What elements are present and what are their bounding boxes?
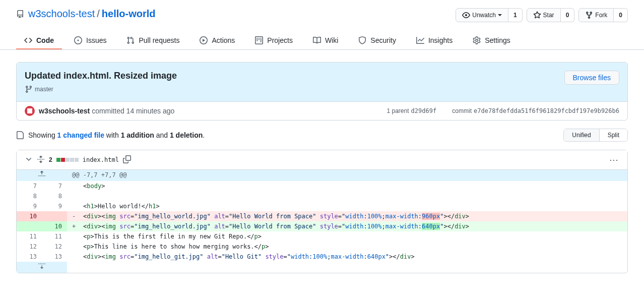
commit-time: committed 14 minutes ago bbox=[92, 107, 174, 115]
file-diff: 2 index.html ⋯ @@ -7,7 +7,7 @@ 77 <body>… bbox=[16, 150, 628, 273]
chevron-down-icon bbox=[25, 155, 33, 163]
tab-code[interactable]: Code bbox=[16, 32, 62, 49]
diff-view-toggle: Unified Split bbox=[563, 129, 628, 142]
star-label: Star bbox=[543, 10, 554, 20]
unwatch-button[interactable]: Unwatch bbox=[456, 8, 508, 22]
new-line-num bbox=[42, 211, 67, 221]
copy-path-button[interactable] bbox=[123, 155, 131, 165]
commit-title: Updated index.html. Resized image bbox=[25, 71, 177, 81]
branch-icon bbox=[25, 85, 33, 93]
eye-icon bbox=[462, 11, 470, 19]
shield-icon bbox=[358, 36, 366, 44]
file-diff-icon bbox=[16, 131, 24, 139]
diff-table: @@ -7,7 +7,7 @@ 77 <body> 88 99 <h1>Hell… bbox=[17, 170, 627, 273]
star-icon bbox=[533, 11, 541, 19]
file-collapse-toggle[interactable] bbox=[25, 155, 33, 165]
repo-icon bbox=[16, 10, 24, 18]
author-link[interactable]: w3schools-test bbox=[39, 107, 90, 115]
old-line-num[interactable]: 10 bbox=[17, 211, 42, 221]
file-kebab-menu[interactable]: ⋯ bbox=[609, 154, 619, 165]
browse-files-button[interactable]: Browse files bbox=[564, 71, 619, 85]
parent-sha-link[interactable]: d29d69f bbox=[411, 107, 437, 114]
diff-line: 88 bbox=[17, 191, 627, 201]
commit-full-sha: e7de78fdefdda51f6f961829fcbdf197e9b926b6 bbox=[474, 107, 619, 114]
new-line-num[interactable]: 13 bbox=[42, 252, 67, 262]
expand-all-button[interactable] bbox=[37, 155, 45, 165]
repo-separator: / bbox=[97, 8, 100, 20]
new-line-num[interactable]: 9 bbox=[42, 201, 67, 211]
old-line-num[interactable]: 7 bbox=[17, 181, 42, 191]
diff-line: 1313 <div><img src="img_hello_git.jpg" a… bbox=[17, 252, 627, 262]
expand-down-row bbox=[17, 262, 627, 273]
additions-count: 1 addition bbox=[121, 131, 154, 139]
fork-label: Fork bbox=[595, 10, 607, 20]
new-line-num[interactable]: 12 bbox=[42, 242, 67, 252]
old-line-num bbox=[17, 221, 42, 231]
new-line-num[interactable]: 10 bbox=[42, 221, 67, 231]
expand-down-button[interactable] bbox=[17, 262, 67, 273]
changed-files-link[interactable]: 1 changed file bbox=[57, 131, 104, 139]
tab-wiki[interactable]: Wiki bbox=[305, 32, 346, 49]
unified-toggle[interactable]: Unified bbox=[564, 129, 599, 141]
new-line-num[interactable]: 8 bbox=[42, 191, 67, 201]
fork-icon bbox=[585, 11, 593, 19]
gear-icon bbox=[473, 36, 481, 44]
code-icon bbox=[24, 36, 32, 44]
watch-count[interactable]: 1 bbox=[508, 8, 523, 22]
tab-actions[interactable]: Actions bbox=[191, 32, 243, 49]
split-toggle[interactable]: Split bbox=[600, 129, 627, 141]
diff-line-added: 10+<div><img src="img_hello_world.jpg" a… bbox=[17, 221, 627, 231]
old-line-num[interactable]: 13 bbox=[17, 252, 42, 262]
copy-icon bbox=[123, 155, 131, 163]
unfold-icon bbox=[37, 155, 45, 163]
star-count[interactable]: 0 bbox=[561, 8, 575, 22]
new-line-num[interactable]: 7 bbox=[42, 181, 67, 191]
repo-name-link[interactable]: hello-world bbox=[102, 8, 156, 20]
fold-up-icon bbox=[38, 170, 46, 178]
graph-icon bbox=[416, 36, 424, 44]
hunk-header: @@ -7,7 +7,7 @@ bbox=[67, 170, 627, 181]
tab-settings[interactable]: Settings bbox=[465, 32, 519, 49]
tab-projects[interactable]: Projects bbox=[247, 32, 301, 49]
fork-count[interactable]: 0 bbox=[614, 8, 628, 22]
project-icon bbox=[255, 36, 263, 44]
pull-request-icon bbox=[126, 36, 135, 44]
play-icon bbox=[200, 36, 208, 44]
deletions-count: 1 deletion bbox=[170, 131, 203, 139]
commit-branch[interactable]: master bbox=[25, 85, 177, 93]
star-button[interactable]: Star bbox=[527, 8, 561, 22]
issue-icon bbox=[74, 36, 82, 44]
diff-line: 77 <body> bbox=[17, 181, 627, 191]
repo-nav: Code Issues Pull requests Actions Projec… bbox=[0, 32, 644, 50]
old-line-num[interactable]: 9 bbox=[17, 201, 42, 211]
diff-line-deleted: 10-<div><img src="img_hello_world.jpg" a… bbox=[17, 211, 627, 221]
avatar[interactable] bbox=[25, 106, 35, 116]
repo-title: w3schools-test / hello-world bbox=[16, 8, 156, 20]
diff-stats: Showing 1 changed file with 1 addition a… bbox=[16, 131, 205, 139]
tab-security[interactable]: Security bbox=[350, 32, 404, 49]
repo-owner-link[interactable]: w3schools-test bbox=[28, 8, 95, 20]
book-icon bbox=[313, 36, 321, 44]
tab-pull-requests[interactable]: Pull requests bbox=[118, 32, 187, 49]
added-token: 640px bbox=[422, 223, 440, 230]
old-line-num[interactable]: 11 bbox=[17, 231, 42, 242]
commit-box: Updated index.html. Resized image master… bbox=[16, 62, 628, 121]
diff-line: 1212 <p>This line is here to show how me… bbox=[17, 242, 627, 252]
expand-up-button[interactable] bbox=[17, 170, 67, 181]
fork-button[interactable]: Fork bbox=[578, 8, 614, 22]
hunk-header-row: @@ -7,7 +7,7 @@ bbox=[17, 170, 627, 181]
deleted-token: 960px bbox=[422, 213, 440, 220]
old-line-num[interactable]: 12 bbox=[17, 242, 42, 252]
unwatch-label: Unwatch bbox=[472, 10, 496, 20]
file-change-count: 2 bbox=[49, 156, 52, 163]
tab-issues[interactable]: Issues bbox=[66, 32, 114, 49]
tab-insights[interactable]: Insights bbox=[408, 32, 461, 49]
caret-down-icon bbox=[498, 14, 502, 16]
diff-line: 1111 <p>This is the first file in my new… bbox=[17, 231, 627, 242]
diff-line: 99 <h1>Hello world!</h1> bbox=[17, 201, 627, 211]
file-name-link[interactable]: index.html bbox=[83, 156, 119, 163]
old-line-num[interactable]: 8 bbox=[17, 191, 42, 201]
new-line-num[interactable]: 11 bbox=[42, 231, 67, 242]
commit-shas: 1 parentd29d69f commite7de78fdefdda51f6f… bbox=[387, 107, 619, 114]
diff-squares bbox=[56, 158, 79, 162]
